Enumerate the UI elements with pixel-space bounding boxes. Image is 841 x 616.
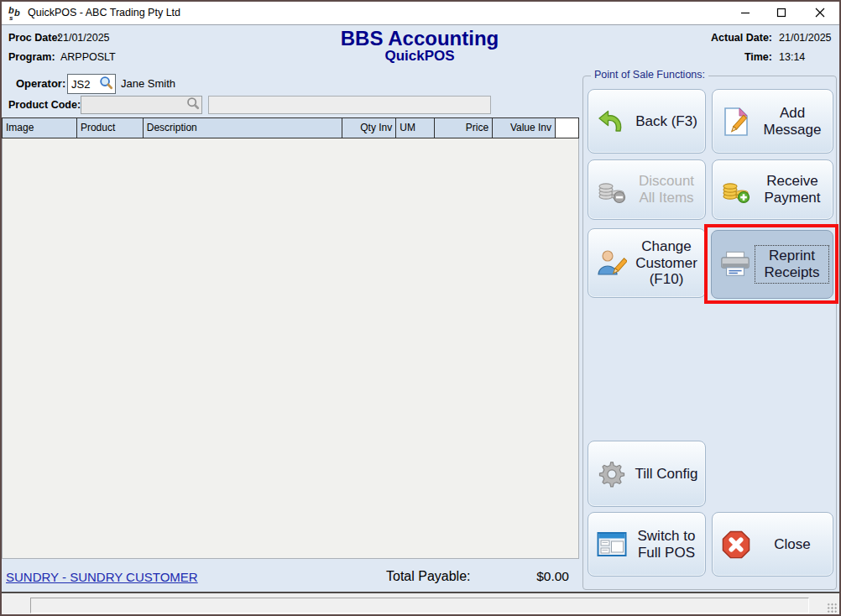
column-header-qty-inv: Qty Inv — [342, 118, 396, 138]
operator-label: Operator: — [16, 77, 65, 90]
time-value: 13:14 — [779, 51, 805, 63]
add-message-button[interactable]: Add Message — [712, 89, 833, 154]
close-button-label: Close — [755, 536, 829, 553]
change-customer-button-label: Change Customer (F10) — [631, 238, 702, 288]
status-field — [30, 598, 809, 613]
product-search-icon[interactable] — [186, 97, 200, 113]
maximize-button[interactable] — [763, 0, 800, 24]
app-logo-icon: b b s — [8, 4, 24, 21]
column-header-price: Price — [435, 118, 493, 138]
column-header-value-inv: Value Inv — [493, 118, 556, 138]
column-header-blank — [556, 118, 579, 138]
full-pos-window-icon — [595, 531, 629, 558]
operator-input[interactable]: JS2 — [67, 74, 116, 94]
resize-grip[interactable] — [827, 603, 838, 613]
minimize-icon — [740, 8, 750, 18]
receive-payment-icon — [719, 175, 753, 204]
app-header: BBS Accounting QuickPOS — [260, 28, 579, 65]
svg-text:s: s — [9, 14, 13, 21]
window-close-icon — [815, 8, 825, 18]
reprint-receipts-button[interactable]: Reprint Receipts — [711, 230, 833, 299]
product-code-input[interactable] — [81, 96, 202, 114]
minimize-button[interactable] — [727, 0, 764, 24]
till-config-button-label: Till Config — [631, 466, 702, 483]
back-arrow-icon — [595, 109, 629, 134]
receive-payment-button-label: Receive Payment — [755, 173, 829, 206]
program-value: ARPPOSLT — [60, 51, 116, 63]
product-description-input[interactable] — [208, 96, 491, 114]
till-config-button[interactable]: Till Config — [588, 441, 706, 507]
product-code-label: Product Code: — [8, 99, 81, 111]
change-customer-button[interactable]: Change Customer (F10) — [588, 228, 706, 298]
items-table: Image Product Description Qty Inv UM Pri… — [2, 117, 579, 559]
proc-date-label: Proc Date: — [8, 32, 61, 44]
back-button-label: Back (F3) — [631, 113, 702, 130]
discount-coins-icon — [595, 175, 629, 204]
time-label: Time: — [655, 51, 772, 63]
back-button[interactable]: Back (F3) — [588, 89, 706, 154]
pos-functions-group-label: Point of Sale Functions: — [591, 69, 708, 81]
printer-icon — [718, 250, 752, 279]
operator-code: JS2 — [68, 78, 99, 91]
total-payable-label: Total Payable: — [386, 569, 471, 584]
add-message-button-label: Add Message — [755, 105, 829, 138]
maximize-icon — [776, 8, 786, 18]
app-title: BBS Accounting — [260, 28, 579, 49]
close-button[interactable]: Close — [712, 512, 833, 577]
receive-payment-button[interactable]: Receive Payment — [712, 159, 833, 220]
column-header-product: Product — [77, 118, 144, 138]
window-title: QuickPOS - ABC Trading Pty Ltd — [28, 0, 180, 25]
discount-all-items-button: Discount All Items — [588, 159, 706, 220]
reprint-receipts-button-label: Reprint Receipts — [755, 245, 829, 283]
gear-icon — [595, 460, 629, 488]
column-header-image: Image — [3, 118, 77, 138]
title-bar: b b s QuickPOS - ABC Trading Pty Ltd — [0, 0, 841, 25]
actual-date-label: Actual Date: — [655, 32, 772, 44]
proc-date-value: 21/01/2025 — [57, 32, 110, 44]
column-header-description: Description — [144, 118, 343, 138]
operator-name: Jane Smith — [121, 77, 175, 90]
total-payable-value: $0.00 — [495, 569, 569, 584]
switch-full-pos-button[interactable]: Switch to Full POS — [588, 512, 706, 577]
customer-link[interactable]: SUNDRY - SUNDRY CUSTOMER — [6, 570, 198, 584]
operator-search-icon[interactable] — [99, 76, 113, 93]
column-header-um: UM — [396, 118, 435, 138]
svg-text:b: b — [14, 8, 20, 18]
add-message-icon — [719, 107, 753, 137]
quickpos-window: b b s QuickPOS - ABC Trading Pty Ltd Pro… — [0, 0, 841, 616]
discount-all-items-button-label: Discount All Items — [631, 173, 702, 206]
switch-full-pos-button-label: Switch to Full POS — [631, 528, 702, 561]
window-close-button[interactable] — [802, 0, 838, 24]
close-octagon-icon — [719, 530, 753, 559]
items-table-body — [2, 138, 579, 559]
app-subtitle: QuickPOS — [260, 49, 579, 65]
actual-date-value: 21/01/2025 — [779, 32, 832, 44]
change-customer-icon — [595, 248, 629, 279]
status-bar — [0, 592, 841, 616]
program-label: Program: — [8, 51, 55, 63]
items-table-header: Image Product Description Qty Inv UM Pri… — [2, 117, 579, 138]
